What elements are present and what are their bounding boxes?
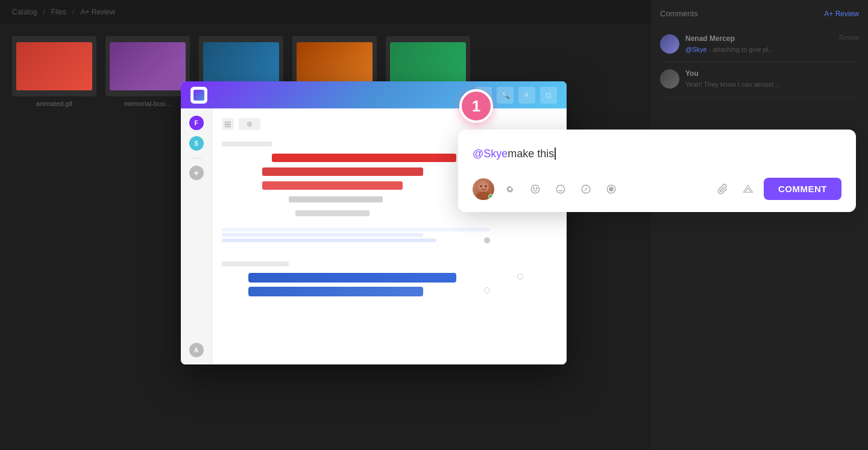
list-item: memorial-busi... <box>105 36 190 438</box>
online-indicator <box>488 194 494 199</box>
comment-input-area[interactable]: @Skye make this <box>473 142 841 166</box>
apps-icon: □ <box>540 87 557 104</box>
comment-toolbar: COMMENT <box>473 178 841 200</box>
svg-point-6 <box>533 187 535 189</box>
app-header: 🔔 🔍 ⠿ □ <box>181 81 567 108</box>
view-grid-icon: ⊞ <box>222 118 234 130</box>
svg-point-12 <box>609 187 613 191</box>
slash-command-button[interactable] <box>577 181 594 198</box>
comment-text: Yeah! They know I can almost... <box>685 80 859 89</box>
file-thumbnail <box>12 36 96 96</box>
section-divider <box>222 228 490 231</box>
sidebar-item: S <box>189 136 204 151</box>
app-toolbar: ⊞ ⊕ <box>222 118 557 130</box>
app-screenshot: 🔔 🔍 ⠿ □ F S + A ⊞ ⊕ <box>181 81 567 364</box>
gantt-blue-section <box>222 258 557 297</box>
comment-body-text: make this <box>508 148 554 160</box>
reaction-button[interactable] <box>527 181 544 198</box>
breadcrumb-review: A+ Review <box>80 8 115 16</box>
attach-file-button[interactable] <box>714 181 731 198</box>
gantt-row <box>222 272 557 283</box>
svg-point-5 <box>531 185 539 193</box>
comment-popup: @Skye make this <box>458 130 856 212</box>
avatar <box>660 34 679 54</box>
mention-button[interactable] <box>502 181 518 198</box>
file-name: animated.gif <box>36 100 72 107</box>
section-divider <box>222 233 423 237</box>
emoji-button[interactable] <box>552 181 569 198</box>
file-thumbnail <box>105 36 190 96</box>
comment-item: You Yeah! They know I can almost... <box>660 62 859 97</box>
right-panel-header: Comments A+ Review <box>660 9 859 18</box>
svg-point-3 <box>485 185 487 187</box>
avatar <box>660 69 679 89</box>
top-bar: Catalog / Files / A+ Review <box>0 0 651 24</box>
grid-icon: ⠿ <box>518 87 535 104</box>
breadcrumb-files: Files <box>51 8 66 16</box>
comment-button[interactable]: COMMENT <box>764 178 841 200</box>
app-logo <box>190 87 207 104</box>
notification-badge: 1 <box>459 89 493 123</box>
google-drive-button[interactable] <box>740 181 756 198</box>
add-task-button: ⊕ <box>239 118 260 130</box>
right-panel: Comments A+ Review Nenad Mercep @Skye - … <box>651 0 868 450</box>
sidebar-item-bottom: A <box>189 343 204 357</box>
gantt-row <box>222 258 557 269</box>
svg-point-0 <box>478 181 489 192</box>
sidebar-item-add: + <box>189 166 204 180</box>
breadcrumb-catalog: Catalog <box>12 8 37 16</box>
comment-item: Nenad Mercep @Skye - attaching to give p… <box>660 27 859 62</box>
svg-point-7 <box>536 187 538 189</box>
search-icon: 🔍 <box>497 87 514 104</box>
svg-point-4 <box>508 187 512 191</box>
file-name: memorial-busi... <box>124 100 171 107</box>
gantt-row <box>222 286 557 297</box>
sidebar-item: F <box>189 116 204 130</box>
comment-toolbar-icons <box>502 181 707 198</box>
commenter-name: You <box>685 69 859 78</box>
right-panel-title: Comments <box>660 9 698 18</box>
app-sidebar: F S + A <box>181 108 212 364</box>
right-panel-action[interactable]: A+ Review <box>824 10 859 18</box>
notification-count: 1 <box>472 97 480 116</box>
comment-text: @Skye - attaching to give pl... <box>685 45 833 54</box>
svg-point-8 <box>556 185 565 193</box>
list-item: animated.gif <box>12 36 96 438</box>
notification-badge-container: 1 <box>459 89 493 123</box>
user-avatar <box>473 178 494 200</box>
comment-meta: Review <box>839 34 859 41</box>
record-button[interactable] <box>603 181 620 198</box>
mention-tag: @Skye <box>473 148 508 160</box>
commenter-name: Nenad Mercep <box>685 34 833 43</box>
comment-attachment-icons <box>714 181 756 198</box>
text-cursor <box>555 148 556 160</box>
svg-point-2 <box>480 185 482 187</box>
svg-line-10 <box>585 187 588 190</box>
